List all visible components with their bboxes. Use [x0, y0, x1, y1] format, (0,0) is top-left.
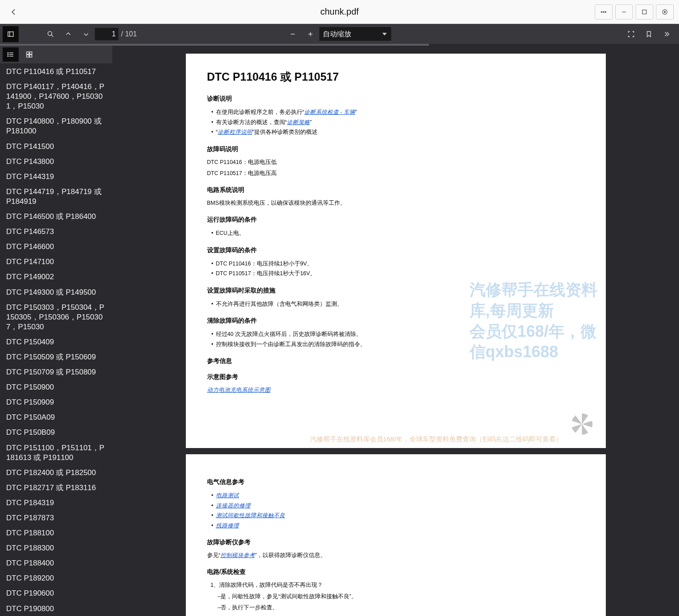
section-heading: 设置故障码时采取的措施 [207, 287, 585, 295]
minimize-icon [620, 8, 628, 16]
connector-repair-link[interactable]: 连接器的修理 [216, 503, 251, 509]
outline-item[interactable]: DTC P110416 或 P110517 [0, 64, 112, 79]
section-heading: 电路/系统检查 [207, 568, 585, 576]
presentation-button[interactable] [623, 26, 639, 42]
diag-strategy-link[interactable]: 诊断策略 [287, 119, 310, 125]
outline-item[interactable]: DTC P189200 [0, 571, 112, 586]
back-button[interactable] [7, 5, 20, 19]
outline-item[interactable]: DTC P146573 [0, 224, 112, 239]
sidebar-toggle-button[interactable] [3, 26, 19, 42]
list-item: 测试间歇性故障和接触不良 [212, 511, 585, 521]
page-viewer[interactable]: DTC P110416 或 P110517 诊断说明 在使用此诊断程序之前，务必… [112, 46, 679, 616]
outline-item[interactable]: DTC P146600 [0, 239, 112, 254]
zoom-in-button[interactable] [302, 26, 318, 42]
outline-item[interactable]: DTC P190800 [0, 601, 112, 616]
outline-item[interactable]: DTC P150B09 [0, 425, 112, 440]
svg-rect-20 [27, 52, 29, 54]
search-button[interactable] [43, 26, 59, 42]
section-heading: 设置故障码的条件 [207, 246, 585, 254]
control-module-ref-link[interactable]: 控制模块参考 [220, 552, 255, 558]
outline-item[interactable]: DTC P150A09 [0, 410, 112, 425]
outline-item[interactable]: DTC P147100 [0, 254, 112, 269]
outline-list[interactable]: DTC P110416 或 P110517 DTC P140117，P14041… [0, 63, 112, 616]
outline-item[interactable]: DTC P143800 [0, 154, 112, 169]
outline-item[interactable]: DTC P188100 [0, 526, 112, 541]
list-item: 电路测试 [212, 491, 585, 501]
section-heading: 清除故障码的条件 [207, 317, 585, 325]
zoom-select[interactable]: 自动缩放 [319, 27, 391, 41]
outline-item[interactable]: DTC P150509 或 P150609 [0, 350, 112, 365]
chevrons-right-icon [663, 30, 671, 38]
svg-point-6 [664, 11, 666, 12]
list-item: 不允许再进行其他故障（含电气和网络类）监测。 [212, 299, 585, 309]
zoom-out-button[interactable] [285, 26, 301, 42]
diag-system-check-link[interactable]: 诊断系统检查 - 车辆 [304, 109, 355, 115]
outline-item[interactable]: DTC P146500 或 P186400 [0, 209, 112, 224]
outline-tab[interactable] [3, 47, 19, 62]
svg-point-9 [48, 31, 52, 35]
schematic-link[interactable]: 动力电池充电系统示意图 [207, 387, 271, 393]
footer-watermark: 汽修帮手在线资料库会员168/年，全球车型资料免费查询（扫码右边二维码即可查看） [310, 435, 562, 444]
maximize-button[interactable] [636, 4, 653, 19]
target-icon [661, 8, 669, 16]
next-page-button[interactable] [78, 26, 94, 42]
list-item: DTC P110517：电压持续1秒大于16V。 [212, 269, 585, 279]
outline-item[interactable]: DTC P140800，P180900 或 P181000 [0, 114, 112, 139]
outline-item[interactable]: DTC P190600 [0, 586, 112, 601]
circuit-test-link[interactable]: 电路测试 [216, 492, 239, 499]
more-button[interactable] [595, 4, 612, 19]
svg-rect-7 [8, 31, 13, 36]
svg-point-17 [8, 53, 8, 54]
document-title: chunk.pdf [320, 7, 359, 17]
outline-item[interactable]: DTC P184319 [0, 495, 112, 511]
main-area: DTC P110416 或 P110517 DTC P140117，P14041… [0, 46, 679, 616]
bookmark-icon [645, 30, 653, 38]
section-heading: 示意图参考 [207, 373, 585, 381]
prev-page-button[interactable] [60, 26, 76, 42]
outline-item[interactable]: DTC P150709 或 P150809 [0, 365, 112, 380]
svg-rect-21 [30, 52, 32, 54]
outline-item[interactable]: DTC P187873 [0, 511, 112, 526]
outline-item[interactable]: DTC P141500 [0, 139, 112, 154]
thumbnails-tab[interactable] [21, 47, 37, 62]
outline-item[interactable]: DTC P150303，P150304，P150305，P150306，P150… [0, 300, 112, 335]
outline-item[interactable]: DTC P149002 [0, 269, 112, 285]
outline-item[interactable]: DTC P150900 [0, 380, 112, 395]
outline-item[interactable]: DTC P150409 [0, 335, 112, 350]
svg-point-1 [603, 11, 604, 12]
diag-procedure-link[interactable]: 诊断程序说明 [218, 129, 252, 135]
app-topbar: chunk.pdf [0, 0, 679, 24]
outline-item[interactable]: DTC P150909 [0, 395, 112, 410]
svg-point-19 [8, 56, 8, 57]
search-icon [47, 30, 55, 38]
svg-point-18 [8, 54, 8, 55]
intermittent-fault-link[interactable]: 测试间歇性故障和接触不良 [216, 512, 285, 519]
bookmark-button[interactable] [641, 26, 657, 42]
minus-icon [289, 30, 297, 38]
grid-icon [25, 51, 33, 58]
svg-rect-23 [30, 55, 32, 57]
list-item: 经过40 次无故障点火循环后，历史故障诊断码将被清除。 [212, 329, 585, 339]
outline-item[interactable]: DTC P188300 [0, 541, 112, 556]
svg-rect-22 [27, 55, 29, 57]
list-item: “诊断程序说明”提供各种诊断类别的概述 [212, 127, 585, 137]
outline-item[interactable]: DTC P182400 或 P182500 [0, 465, 112, 480]
section-heading: 故障码说明 [207, 145, 585, 153]
outline-item[interactable]: DTC P144319 [0, 169, 112, 184]
outline-item[interactable]: DTC P144719，P184719 或 P184919 [0, 184, 112, 209]
dots-icon [600, 8, 608, 16]
outline-item[interactable]: DTC P182717 或 P183116 [0, 480, 112, 495]
minimize-button[interactable] [615, 4, 633, 19]
outline-item[interactable]: DTC P140117，P140416，P141900，P147600，P150… [0, 79, 112, 114]
outline-item[interactable]: DTC P188400 [0, 556, 112, 571]
outline-item[interactable]: DTC P151100，P151101，P181613 或 P191100 [0, 441, 112, 465]
body-text: 1、清除故障代码，故障代码是否不再出现？ [211, 581, 585, 590]
page-number-input[interactable] [95, 28, 118, 40]
section-heading: 运行故障码的条件 [207, 216, 585, 224]
plus-icon [306, 30, 314, 38]
wire-repair-link[interactable]: 线路修理 [216, 522, 239, 529]
target-button[interactable] [656, 4, 674, 19]
outline-item[interactable]: DTC P149300 或 P149500 [0, 285, 112, 300]
sidebar: DTC P110416 或 P110517 DTC P140117，P14041… [0, 46, 112, 616]
tools-button[interactable] [659, 26, 675, 42]
